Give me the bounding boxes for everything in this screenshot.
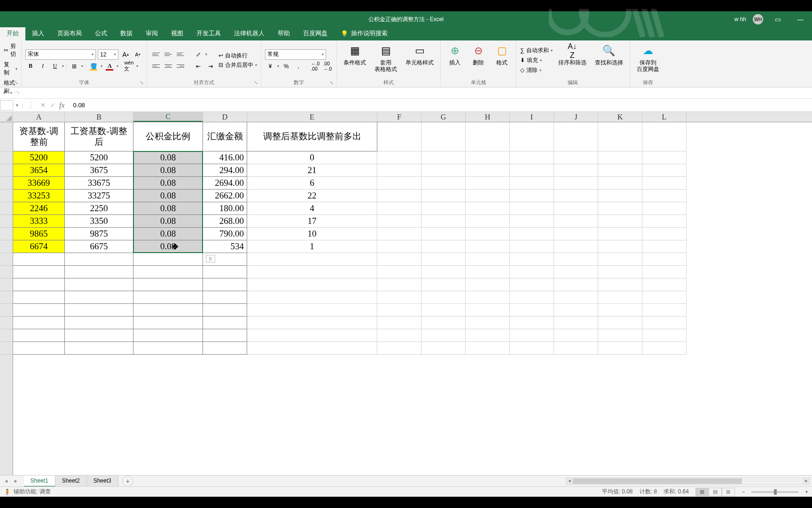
increase-decimal-icon[interactable]: ←.0.00 bbox=[310, 61, 320, 71]
column-header[interactable]: G bbox=[422, 112, 466, 122]
data-cell[interactable]: 0.08 bbox=[133, 177, 203, 190]
data-cell[interactable] bbox=[247, 317, 377, 329]
data-cell[interactable]: 3350 bbox=[65, 215, 133, 228]
data-cell[interactable] bbox=[203, 291, 247, 304]
data-cell[interactable] bbox=[554, 278, 598, 291]
data-cell[interactable] bbox=[13, 342, 65, 355]
data-cell[interactable] bbox=[510, 164, 554, 177]
data-cell[interactable] bbox=[466, 151, 510, 164]
bold-button[interactable]: B bbox=[25, 61, 36, 71]
data-cell[interactable] bbox=[510, 215, 554, 228]
tab-开发工具[interactable]: 开发工具 bbox=[190, 26, 227, 40]
data-cell[interactable] bbox=[510, 253, 554, 266]
accessibility-icon[interactable]: 🧍 bbox=[4, 489, 11, 495]
data-cell[interactable]: 0.08 bbox=[133, 164, 203, 177]
increase-font-icon[interactable]: A▴ bbox=[120, 49, 131, 60]
column-title[interactable]: 资基数-调整前 bbox=[13, 122, 65, 151]
dialog-launcher-icon[interactable]: ⤡ bbox=[254, 80, 260, 86]
orientation-icon[interactable]: ⤢ bbox=[193, 49, 203, 60]
data-cell[interactable] bbox=[377, 304, 422, 317]
data-cell[interactable] bbox=[247, 278, 377, 291]
sort-filter-button[interactable]: A↓Z排序和筛选 bbox=[555, 42, 589, 78]
column-title[interactable]: 工资基数-调整后 bbox=[65, 122, 133, 151]
data-cell[interactable] bbox=[598, 253, 642, 266]
data-cell[interactable]: 4 bbox=[247, 202, 377, 215]
cut-button[interactable]: ✂剪切 bbox=[4, 42, 17, 58]
cell-styles-button[interactable]: ▭单元格样式 bbox=[403, 42, 437, 78]
data-cell[interactable] bbox=[642, 342, 687, 355]
data-cell[interactable]: 33275 bbox=[65, 190, 133, 202]
column-title[interactable] bbox=[642, 122, 687, 151]
data-cell[interactable] bbox=[554, 304, 598, 317]
data-cell[interactable] bbox=[642, 228, 687, 240]
data-cell[interactable]: 6674 bbox=[13, 240, 65, 253]
row-header[interactable] bbox=[0, 164, 13, 177]
data-cell[interactable] bbox=[422, 278, 466, 291]
data-cell[interactable] bbox=[247, 291, 377, 304]
data-cell[interactable]: 0.08 bbox=[133, 151, 203, 164]
format-cells-button[interactable]: ▢格式 bbox=[492, 42, 512, 78]
accounting-format-icon[interactable]: ¥ bbox=[265, 61, 275, 71]
sheet-tab[interactable]: Sheet3 bbox=[87, 476, 118, 487]
scroll-right-icon[interactable]: ► bbox=[803, 478, 810, 484]
data-cell[interactable] bbox=[422, 215, 466, 228]
align-right-icon[interactable] bbox=[175, 61, 186, 71]
dialog-launcher-icon[interactable]: ⤡ bbox=[330, 80, 336, 86]
name-box[interactable] bbox=[0, 100, 13, 111]
data-cell[interactable] bbox=[554, 291, 598, 304]
data-cell[interactable] bbox=[203, 278, 247, 291]
data-cell[interactable] bbox=[598, 164, 642, 177]
tab-百度网盘[interactable]: 百度网盘 bbox=[297, 26, 334, 40]
data-cell[interactable] bbox=[466, 266, 510, 278]
tab-公式[interactable]: 公式 bbox=[88, 26, 114, 40]
conditional-format-button[interactable]: ▦条件格式 bbox=[341, 42, 369, 78]
data-cell[interactable] bbox=[598, 151, 642, 164]
row-header[interactable] bbox=[0, 190, 13, 202]
data-cell[interactable] bbox=[554, 190, 598, 202]
data-cell[interactable] bbox=[598, 215, 642, 228]
data-cell[interactable] bbox=[13, 278, 65, 291]
zoom-in-icon[interactable]: + bbox=[805, 489, 808, 495]
data-cell[interactable] bbox=[377, 215, 422, 228]
tab-页面布局[interactable]: 页面布局 bbox=[51, 26, 88, 40]
data-cell[interactable]: 534 bbox=[203, 240, 247, 253]
data-cell[interactable] bbox=[510, 151, 554, 164]
data-cell[interactable] bbox=[466, 317, 510, 329]
merge-center-button[interactable]: ⊟合并后居中▾ bbox=[219, 61, 257, 69]
data-cell[interactable]: 33669 bbox=[13, 177, 65, 190]
data-cell[interactable]: 0.08 bbox=[133, 215, 203, 228]
data-cell[interactable] bbox=[466, 164, 510, 177]
row-header[interactable] bbox=[0, 240, 13, 253]
align-bottom-icon[interactable] bbox=[175, 49, 186, 60]
column-header[interactable]: I bbox=[510, 112, 554, 122]
data-cell[interactable] bbox=[642, 278, 687, 291]
data-cell[interactable]: 3333 bbox=[13, 215, 65, 228]
data-cell[interactable]: 33675 bbox=[65, 177, 133, 190]
data-cell[interactable] bbox=[554, 266, 598, 278]
data-cell[interactable] bbox=[554, 151, 598, 164]
font-name-combo[interactable]: 宋体▾ bbox=[25, 49, 96, 60]
data-cell[interactable] bbox=[598, 278, 642, 291]
data-cell[interactable] bbox=[247, 253, 377, 266]
data-cell[interactable] bbox=[466, 202, 510, 215]
data-cell[interactable]: 294.00 bbox=[203, 164, 247, 177]
data-cell[interactable]: 6 bbox=[247, 177, 377, 190]
data-cell[interactable] bbox=[133, 329, 203, 342]
data-cell[interactable]: 0.08 bbox=[133, 190, 203, 202]
data-cell[interactable] bbox=[13, 253, 65, 266]
data-cell[interactable]: 1 bbox=[247, 240, 377, 253]
data-cell[interactable] bbox=[554, 164, 598, 177]
row-header[interactable] bbox=[0, 342, 13, 355]
data-cell[interactable] bbox=[642, 317, 687, 329]
data-cell[interactable]: 2250 bbox=[65, 202, 133, 215]
data-cell[interactable] bbox=[642, 177, 687, 190]
percent-format-icon[interactable]: % bbox=[281, 61, 291, 71]
data-cell[interactable]: 2662.00 bbox=[203, 190, 247, 202]
data-cell[interactable] bbox=[422, 317, 466, 329]
row-header[interactable] bbox=[0, 228, 13, 240]
data-cell[interactable] bbox=[642, 266, 687, 278]
data-cell[interactable] bbox=[510, 202, 554, 215]
row-header[interactable] bbox=[0, 329, 13, 342]
fill-button[interactable]: ⬇填充▾ bbox=[520, 56, 553, 64]
data-cell[interactable] bbox=[422, 342, 466, 355]
